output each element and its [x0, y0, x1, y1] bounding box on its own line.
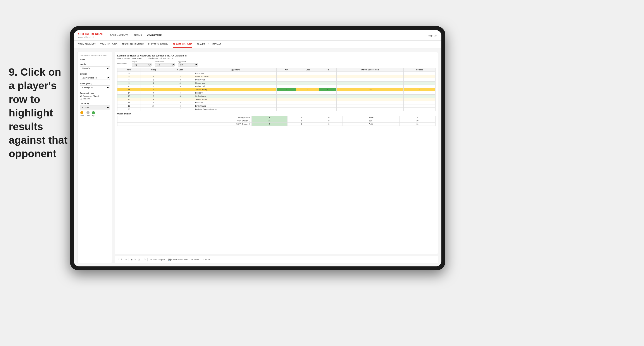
nav-tournaments[interactable]: TOURNAMENTS [110, 33, 128, 37]
h2h-table: # Div # Reg # Conf Opponent Win Loss Tie… [117, 68, 436, 111]
copy-icon[interactable]: ⊞ [130, 258, 132, 261]
edit-icon[interactable]: ✎ [134, 258, 136, 261]
refresh-icon[interactable]: ⟳ [144, 258, 146, 261]
gender-select[interactable]: Women's [80, 66, 110, 70]
col-tie: Tie [319, 68, 336, 72]
legend-down: Down [80, 111, 84, 117]
grid-title: Katelyn Vo Head-to-Head Grid for Women's… [117, 54, 436, 57]
forward-icon[interactable]: ⇨ [125, 258, 127, 261]
player-rank-label: Player (Rank) [80, 82, 110, 85]
ood-table-row[interactable]: NCAA Division 25007.40010 [118, 123, 436, 126]
toolbar-separator-2 [142, 258, 142, 261]
conference-label: Conference [155, 61, 175, 63]
tab-team-h2h-heatmap[interactable]: TEAM H2H HEATMAP [122, 41, 144, 48]
gender-section: Gender Women's [80, 63, 110, 70]
sign-out-button[interactable]: Sign out [428, 34, 437, 37]
share-btn[interactable]: ↗ Share [202, 258, 211, 261]
table-row[interactable]: 19106Emily Chang [118, 104, 436, 108]
ood-table-row[interactable]: Foreign Team1004.5002 [118, 116, 436, 119]
player-rank-section: Player (Rank) 8. Katelyn Vo [80, 82, 110, 89]
table-row[interactable]: 522Alexis Sudjianto [118, 75, 436, 78]
sign-out-area: | Sign out [424, 33, 437, 37]
opponent-view-label: Opponent view [80, 92, 110, 94]
division-section: Division NCAA Division III [80, 73, 110, 80]
division-label: Division [80, 73, 110, 75]
table-row[interactable]: 1063Andrea York [118, 85, 436, 88]
col-loss: Loss [296, 68, 319, 72]
view-original-btn[interactable]: 👁 View: Original [149, 258, 166, 261]
player-rank-select[interactable]: 8. Katelyn Vo [80, 85, 110, 89]
redo-icon[interactable]: ↻ [121, 258, 123, 261]
grid-records: Overall Record: 353 - 34 - 6 Division Re… [117, 57, 436, 59]
main-content: Last Updated: 27/03/2024 16:55:28 Player… [74, 48, 442, 266]
tab-player-summary[interactable]: PLAYER SUMMARY [148, 41, 168, 48]
table-row[interactable]: 914Sharon Mun [118, 82, 436, 85]
logo: SCOREBOARD Powered by clippi [78, 32, 104, 38]
legend: Down Level Up [80, 111, 110, 117]
table-row[interactable]: 20117Federica Domecq Lacroze [118, 108, 436, 111]
tab-player-h2h-heatmap[interactable]: PLAYER H2H HEATMAP [197, 41, 221, 48]
watch-btn[interactable]: 👁 Watch [190, 258, 200, 261]
table-row[interactable]: 31Esther Lee [118, 72, 436, 75]
division-select[interactable]: NCAA Division III [80, 76, 110, 80]
toolbar-separator-3 [147, 258, 148, 261]
conference-select[interactable]: (All) [155, 63, 175, 66]
watch-icon: 👁 [191, 259, 193, 261]
colour-section: Colour by Win/loss [80, 102, 110, 109]
view-icon: 👁 [150, 259, 152, 261]
grid-card: Katelyn Vo Head-to-Head Grid for Women's… [115, 52, 438, 254]
ood-table-row[interactable]: NAIA Division 115009.26730 [118, 119, 436, 123]
legend-dot-up [92, 111, 95, 114]
paste-icon[interactable]: ⊡ [138, 258, 140, 261]
bottom-toolbar: ↺ ↻ ⇨ ⊞ ✎ ⊡ ⟳ 👁 View: Original 💾 [115, 256, 438, 263]
division-record: Division Record: 331 - 34 - 6 [148, 57, 173, 59]
annotation-text: 9. Click on a player's row to highlight … [9, 65, 70, 161]
table-row[interactable]: 131Jessica Huang010-3.002 [118, 88, 436, 91]
nav-committee[interactable]: COMMITTEE [147, 33, 162, 37]
col-div: # Div [118, 68, 141, 72]
filter-opponent: Opponent (All) [178, 61, 198, 66]
legend-up: Up [92, 111, 95, 117]
nav-teams[interactable]: TEAMS [134, 33, 142, 37]
col-reg: # Reg [140, 68, 166, 72]
filter-conference: Conference (All) [155, 61, 175, 66]
radio-top100[interactable]: Top 100 [80, 98, 110, 100]
tab-team-summary[interactable]: TEAM SUMMARY [78, 41, 96, 48]
legend-dot-down [80, 111, 84, 114]
share-icon: ↗ [203, 259, 204, 261]
opponents-label: Opponents: [117, 63, 128, 65]
col-win: Win [276, 68, 296, 72]
toolbar-separator-1 [128, 258, 129, 261]
out-of-division-header: Out of division [117, 113, 436, 115]
nav-links: TOURNAMENTS TEAMS COMMITTEE [110, 33, 424, 37]
table-row[interactable]: 1822Euna Lee [118, 101, 436, 104]
top-nav: SCOREBOARD Powered by clippi TOURNAMENTS… [74, 30, 442, 40]
right-panel: Katelyn Vo Head-to-Head Grid for Women's… [115, 52, 438, 263]
gender-label: Gender [80, 63, 110, 65]
radio-dot-opponents [80, 95, 82, 97]
save-custom-btn[interactable]: 💾 Save Custom View [168, 258, 188, 261]
table-row[interactable]: 1585Stella Chang [118, 95, 436, 98]
tab-team-h2h-grid[interactable]: TEAM H2H GRID [100, 41, 118, 48]
last-updated: Last Updated: 27/03/2024 16:55:28 [80, 54, 110, 56]
colour-select[interactable]: Win/loss [80, 106, 110, 109]
radio-opponents-played[interactable]: Opponents Played [80, 95, 110, 97]
table-row[interactable]: 1691Jessica Mason [118, 98, 436, 101]
table-row[interactable]: 1474Eunice Yi [118, 91, 436, 95]
opponent-select[interactable]: (All) [178, 63, 198, 66]
region-select[interactable]: (All) [132, 63, 152, 66]
table-row[interactable]: 613Sydney Kuo [118, 78, 436, 82]
opponent-label: Opponent [178, 61, 198, 63]
undo-icon[interactable]: ↺ [118, 258, 120, 261]
player-section: Player [80, 58, 110, 61]
col-conf: # Conf [166, 68, 194, 72]
opponent-view-section: Opponent view Opponents Played Top 100 [80, 92, 110, 100]
sub-nav: TEAM SUMMARY TEAM H2H GRID TEAM H2H HEAT… [74, 40, 442, 48]
save-icon: 💾 [168, 259, 171, 261]
col-diff: Diff Av Strokes/Rnd [336, 68, 404, 72]
radio-dot-top100 [80, 98, 82, 100]
left-panel: Last Updated: 27/03/2024 16:55:28 Player… [77, 52, 112, 263]
region-label: Region [132, 61, 152, 63]
filter-row: Opponents: Region (All) Conference (All) [117, 61, 436, 66]
tab-player-h2h-grid[interactable]: PLAYER H2H GRID [173, 41, 192, 48]
